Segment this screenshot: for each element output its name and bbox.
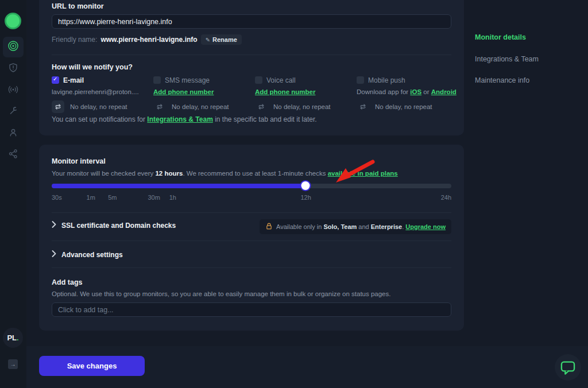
integrations-team-link[interactable]: Integrations & Team [147,115,212,123]
sidebar-item-maintenance[interactable] [7,106,19,118]
android-link[interactable]: Android [431,88,457,95]
badge-text: Available only in Solo, Team and Enterpr… [276,223,446,230]
chat-bubble-icon [560,360,576,375]
sidebar-item-status-pages[interactable] [7,85,19,96]
arrow-right-icon: → [10,361,16,367]
email-address: lavigne.pierrehenri@proton.... [52,88,150,95]
wrench-icon [8,106,18,118]
slider-fill [52,184,305,188]
uptime-logo-icon[interactable] [5,13,21,29]
repeat-settings-button[interactable] [153,100,166,113]
voice-checkbox[interactable] [255,76,262,84]
sidebar-item-team[interactable] [7,128,19,139]
tick-label: 30m [148,194,160,201]
footer-bar: Save changes [26,346,588,388]
chat-widget-button[interactable] [555,354,581,381]
avatar-initials: PL [7,333,17,342]
tags-title: Add tags [52,278,82,286]
sms-checkbox-row[interactable]: SMS message [153,75,252,85]
repeat-icon [359,103,367,111]
shield-alert-icon [8,63,18,75]
monitor-edit-page: PL. → URL to monitor Friendly name: www.… [0,0,588,388]
upgrade-now-link[interactable]: Upgrade now [405,223,446,230]
badge-plans: Solo, Team [323,223,357,230]
repeat-icon [257,103,265,111]
sidebar-item-monitors[interactable] [3,37,24,57]
notify-title: How will we notify you? [52,63,133,71]
sidebar-item-incidents[interactable] [7,63,19,75]
tab-maintenance-info[interactable]: Maintenance info [475,76,529,84]
tick-label: 5m [108,194,117,201]
badge-plan2: Enterprise [371,223,402,230]
tick-label: 12h [300,194,311,201]
friendly-name-value: www.pierre-henri-lavigne.info [100,36,197,44]
slider-thumb[interactable] [301,181,310,190]
push-checkbox-row[interactable]: Mobile push [357,75,458,85]
rename-button-label: Rename [212,36,237,43]
ssl-section-toggle[interactable]: SSL certificate and Domain checks [52,221,176,230]
slider-ticks: 30s 1m 5m 30m 1h 12h 24h [52,194,451,202]
schedule-text: No delay, no repeat [70,103,127,110]
plan-badge: Available only in Solo, Team and Enterpr… [260,219,451,234]
push-checkbox[interactable] [357,76,364,84]
divider [52,240,451,241]
sidebar-item-integrations[interactable] [7,149,19,161]
avatar-status-dot: . [17,333,19,342]
notify-note: You can set up notifications for Integra… [52,115,317,123]
sms-checkbox[interactable] [153,76,161,84]
add-phone-number-link[interactable]: Add phone number [153,88,214,95]
url-input[interactable] [52,14,451,29]
download-text: Download app for [357,88,410,95]
advanced-section-title: Advanced settings [61,251,123,259]
note-prefix: You can set up notifications for [52,115,147,123]
repeat-settings-button[interactable] [357,100,369,113]
schedule-text: No delay, no repeat [375,103,432,110]
repeat-settings-button[interactable] [52,100,64,113]
advanced-section-toggle[interactable]: Advanced settings [52,250,123,259]
tick-label: 24h [441,194,451,201]
url-label: URL to monitor [52,2,104,10]
tab-integrations-team[interactable]: Integrations & Team [475,55,539,63]
schedule-text: No delay, no repeat [273,103,331,110]
pencil-icon: ✎ [206,37,210,43]
lock-icon [265,222,273,231]
interval-slider[interactable] [52,184,451,188]
email-checkbox[interactable] [52,76,59,84]
ios-link[interactable]: iOS [410,88,421,95]
save-button[interactable]: Save changes [39,356,145,376]
tab-monitor-details[interactable]: Monitor details [475,33,526,41]
share-nodes-icon [8,149,18,161]
add-tag-input[interactable] [52,302,451,317]
divider [52,55,451,55]
tags-description: Optional. We use this to group monitors,… [52,290,390,297]
channel-email: E-mail lavigne.pierrehenri@proton.... No… [52,75,150,113]
monitors-radar-icon [7,40,19,54]
sidebar-expand-button[interactable]: → [8,359,18,369]
voice-checkbox-row[interactable]: Voice call [255,75,354,85]
note-suffix: in the specific tab and edit it later. [213,115,317,123]
chevron-right-icon [52,250,56,259]
repeat-settings-button[interactable] [255,100,268,113]
rename-button[interactable]: ✎ Rename [201,34,242,45]
repeat-icon [156,103,164,111]
badge-join: and [357,223,370,230]
tick-label: 1h [169,194,176,201]
tick-label: 30s [52,194,62,201]
monitor-settings-card: Monitor interval Your monitor will be ch… [39,145,464,331]
chevron-right-icon [52,221,56,230]
channel-mobile-push: Mobile push Download app for iOS or Andr… [357,75,458,113]
divider [52,267,451,268]
channel-voice: Voice call Add phone number No delay, no… [255,75,354,113]
account-avatar[interactable]: PL. [3,328,23,348]
add-phone-number-link[interactable]: Add phone number [255,88,315,95]
email-checkbox-row[interactable]: E-mail [52,75,150,85]
desc-mid: . We recommend to use at least 1-minute … [183,170,327,177]
schedule-text: No delay, no repeat [172,103,229,110]
left-sidebar: PL. → [0,0,26,388]
tick-label: 1m [87,194,95,201]
broadcast-icon [8,84,18,97]
download-join: or [421,88,431,95]
channel-label: Voice call [266,76,296,84]
interval-title: Monitor interval [52,157,106,165]
interval-value: 12 hours [155,170,183,177]
